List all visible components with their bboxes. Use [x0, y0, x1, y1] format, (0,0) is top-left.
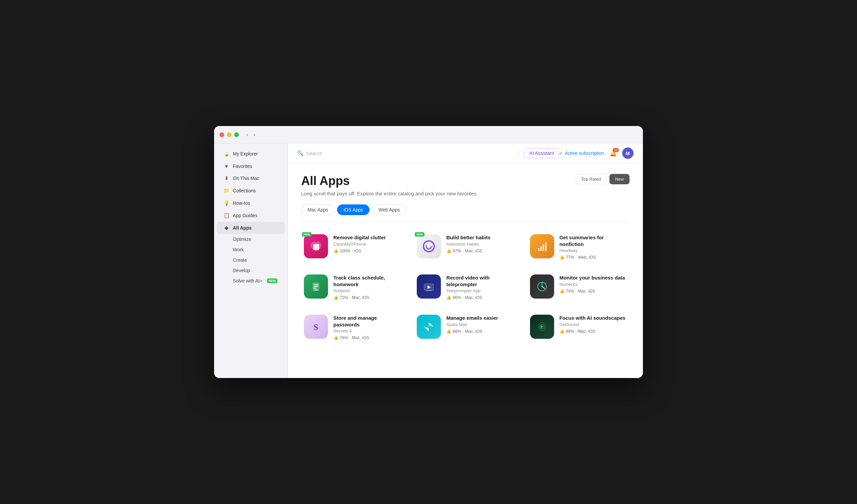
app-meta-numerics: 👍 74% · Mac, iOS [559, 289, 627, 293]
sidebar-item-favorites[interactable]: ♥ Favorites [217, 160, 285, 172]
leaf-icon: 🍃 [223, 151, 230, 157]
heart-icon: ♥ [223, 163, 230, 169]
app-card-cleanmyphone[interactable]: NEW Remove digital clutter CleanMy®Phone… [301, 232, 403, 263]
sidebar-label-collections: Collections [233, 188, 256, 194]
app-title-secrets: Store and manage passwords [333, 315, 401, 328]
app-platforms-subjects: Mac, iOS [352, 295, 369, 300]
sidebar-label-all-apps: All Apps [233, 225, 252, 231]
app-card-subjects[interactable]: Track class schedule, homework Subjects … [301, 272, 403, 303]
app-dev-secrets: Secrets 4 [333, 329, 401, 333]
app-dot-spark: · [462, 329, 463, 334]
app-meta-headway: 👍 77% · Web, iOS [559, 255, 627, 260]
app-icon-cleanmyphone [304, 234, 328, 258]
app-platforms-habits: Mac, iOS [465, 249, 482, 253]
sort-top-rated[interactable]: Top Rated [575, 174, 607, 184]
thumbs-up-icon-9: 👍 [559, 329, 565, 334]
active-subscription-label: Active subscription [565, 150, 604, 156]
app-card-numerics[interactable]: Monitor your business data Numerics 👍 74… [527, 272, 629, 303]
main-window: ‹ › 🍃 My Explorer ♥ Favorites ⬇ On This … [214, 126, 643, 378]
app-meta-cleanmyphone: 👍 100% · iOS [333, 249, 401, 253]
sidebar-item-app-guides[interactable]: 📋 App Guides [217, 209, 285, 221]
tab-web-apps[interactable]: Web Apps [372, 204, 406, 215]
sidebar-subitem-work[interactable]: Work [217, 245, 285, 255]
sidebar-label-my-explorer: My Explorer [233, 151, 258, 156]
app-platforms-numerics: Mac, iOS [578, 289, 595, 293]
app-icon-habits [417, 234, 441, 258]
app-title-teleprompter: Record video with teleprompter [446, 274, 514, 287]
sort-controls: Top Rated New [575, 174, 629, 184]
sidebar-sublabel-solve-ai: Solve with AI+ [233, 278, 262, 284]
app-card-teleprompter[interactable]: Record video with teleprompter Telepromp… [414, 272, 516, 303]
nav-arrows: ‹ › [244, 130, 257, 139]
notifications-button[interactable]: 🔔 15 [609, 149, 617, 157]
app-meta-secrets: 👍 76% · Mac, iOS [333, 335, 401, 340]
svg-rect-2 [538, 248, 539, 251]
page-title-group: All Apps [301, 174, 350, 188]
tab-ios-apps[interactable]: iOS Apps [337, 204, 369, 215]
app-card-awesome-habits[interactable]: NEW Build better habits Awesome Habits 👍… [414, 232, 516, 263]
app-dev-getsound: GetSound [559, 322, 627, 327]
sidebar-subitem-create[interactable]: Create [217, 255, 285, 265]
app-dev-headway: Headway [559, 248, 627, 253]
active-subscription: ✓ Active subscription [559, 150, 604, 156]
app-icon-wrap-headway [530, 234, 554, 258]
app-card-getsound[interactable]: Focus with AI soundscapes GetSound 👍 88%… [527, 312, 629, 343]
app-icon-wrap-numerics [530, 274, 554, 299]
app-info-spark: Manage emails easier Spark Mail 👍 86% · … [446, 315, 514, 334]
sidebar-item-how-tos[interactable]: 💡 How-tos [217, 197, 285, 209]
search-box[interactable]: 🔍 Search [297, 150, 513, 156]
app-icon-headway [530, 234, 554, 258]
app-info-subjects: Track class schedule, homework Subjects … [333, 274, 401, 300]
sidebar-subitem-optimize[interactable]: Optimize [217, 234, 285, 244]
app-info-numerics: Monitor your business data Numerics 👍 74… [559, 274, 627, 293]
app-rating-habits: 97% [453, 249, 461, 253]
close-button[interactable] [219, 132, 224, 137]
sidebar-item-collections[interactable]: 📁 Collections [217, 185, 285, 197]
app-card-secrets[interactable]: S Store and manage passwords Secrets 4 👍… [301, 312, 403, 343]
svg-marker-13 [424, 322, 434, 332]
sidebar-sublabel-optimize: Optimize [233, 237, 251, 242]
app-card-spark[interactable]: Manage emails easier Spark Mail 👍 86% · … [414, 312, 516, 343]
new-tag-cleanmyphone: NEW [302, 232, 312, 237]
sort-new[interactable]: New [609, 174, 629, 184]
app-icon-wrap-subjects [304, 274, 328, 299]
bulb-icon: 💡 [223, 200, 230, 206]
ai-assistant-button[interactable]: AI Assistant [524, 148, 559, 158]
main-layout: 🍃 My Explorer ♥ Favorites ⬇ On This Mac … [214, 144, 643, 378]
thumbs-up-icon-5: 👍 [446, 295, 451, 300]
thumbs-up-icon-4: 👍 [333, 295, 338, 300]
sidebar-subitem-develop[interactable]: Develop [217, 265, 285, 275]
minimize-button[interactable] [227, 132, 232, 137]
search-icon: 🔍 [297, 150, 304, 156]
sidebar-item-my-explorer[interactable]: 🍃 My Explorer [217, 148, 285, 160]
traffic-lights [219, 132, 239, 137]
app-card-headway[interactable]: Get summaries for nonfiction Headway 👍 7… [527, 232, 629, 263]
svg-point-1 [426, 243, 432, 249]
app-dev-teleprompter: Teleprompter App [446, 288, 514, 293]
search-divider [519, 149, 519, 158]
app-dot-headway: · [575, 255, 576, 260]
app-platforms-teleprompter: Mac, iOS [465, 295, 482, 300]
new-tag-habits: NEW [415, 232, 424, 237]
app-rating-headway: 77% [566, 255, 574, 260]
back-button[interactable]: ‹ [244, 130, 250, 139]
thumbs-up-icon-2: 👍 [446, 249, 451, 253]
sidebar-subitem-solve-ai[interactable]: Solve with AI+ NEW [217, 276, 285, 286]
tab-mac-apps[interactable]: Mac Apps [301, 204, 334, 215]
avatar[interactable]: M [622, 148, 634, 159]
app-rating-spark: 86% [453, 329, 461, 334]
app-icon-secrets: S [304, 315, 328, 339]
page-title: All Apps [301, 174, 350, 188]
maximize-button[interactable] [234, 132, 239, 137]
solve-ai-new-badge: NEW [267, 279, 278, 283]
app-info-headway: Get summaries for nonfiction Headway 👍 7… [559, 234, 627, 260]
app-title-numerics: Monitor your business data [559, 274, 627, 281]
topbar-right: ✓ Active subscription 🔔 15 M [559, 148, 634, 159]
forward-button[interactable]: › [251, 130, 257, 139]
app-platforms-getsound: Mac, iOS [578, 329, 595, 334]
sidebar-item-all-apps[interactable]: ◆ All Apps [217, 222, 285, 234]
app-dot-subjects: · [350, 295, 350, 300]
sidebar-item-on-this-mac[interactable]: ⬇ On This Mac [217, 172, 285, 184]
app-meta-subjects: 👍 72% · Mac, iOS [333, 295, 401, 300]
check-icon: ✓ [559, 150, 563, 156]
